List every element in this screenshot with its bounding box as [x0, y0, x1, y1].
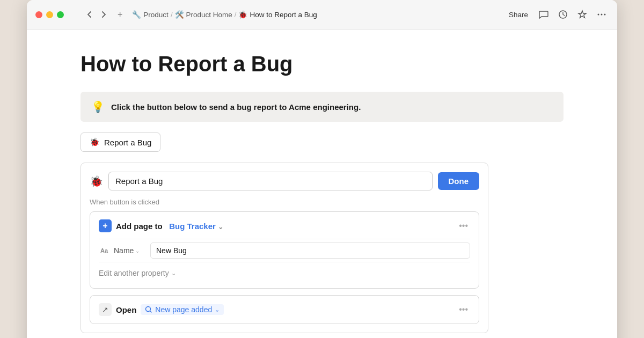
property-type-icon: Aa — [99, 247, 109, 254]
edit-property-chevron: ⌄ — [171, 270, 176, 277]
property-name-chevron: ⌄ — [135, 248, 140, 254]
share-button[interactable]: Share — [506, 9, 531, 21]
titlebar: + 🔧 Product / 🛠️ Product Home / 🐞 How to… — [27, 0, 617, 30]
app-window: + 🔧 Product / 🛠️ Product Home / 🐞 How to… — [27, 0, 617, 338]
action-title: Add page to Bug Tracker ⌄ — [116, 222, 452, 231]
svg-point-5 — [601, 14, 603, 16]
more-icon — [597, 10, 606, 19]
callout-text: Click the button below to send a bug rep… — [111, 102, 361, 112]
breadcrumb-product[interactable]: Product — [143, 11, 169, 19]
history-button[interactable] — [556, 8, 570, 21]
add-button[interactable]: + — [115, 8, 125, 21]
edit-another-property-button[interactable]: Edit another property ⌄ — [99, 267, 176, 280]
page-content: How to Report a Bug 💡 Click the button b… — [27, 30, 617, 338]
nav-arrows — [83, 8, 110, 21]
forward-button[interactable] — [97, 8, 110, 21]
button-name-icon: 🐞 — [90, 175, 103, 188]
svg-point-6 — [604, 14, 606, 16]
button-name-row: 🐞 Done — [90, 172, 479, 190]
minimize-button[interactable] — [46, 11, 53, 18]
titlebar-actions: Share — [506, 8, 609, 21]
report-bug-button-icon: 🐞 — [90, 137, 100, 147]
back-button[interactable] — [83, 8, 96, 21]
star-button[interactable] — [575, 8, 589, 21]
breadcrumb: 🔧 Product / 🛠️ Product Home / 🐞 How to R… — [132, 10, 500, 19]
property-name-label[interactable]: Name ⌄ — [114, 246, 146, 255]
action-header: + Add page to Bug Tracker ⌄ ••• — [99, 219, 470, 232]
edit-property-row: Edit another property ⌄ — [99, 262, 470, 281]
open-title: Open — [116, 305, 136, 314]
done-button[interactable]: Done — [438, 172, 480, 190]
open-header: ↗ Open New page added ⌄ ••• — [99, 303, 470, 316]
report-bug-button-label: Report a Bug — [104, 138, 151, 147]
comment-button[interactable] — [537, 8, 551, 21]
action-menu-dots[interactable]: ••• — [457, 220, 470, 232]
star-icon — [577, 10, 587, 19]
property-row-name: Aa Name ⌄ — [99, 239, 470, 262]
edit-panel: 🐞 Done When button is clicked + Add page… — [80, 163, 488, 333]
menu-icon[interactable] — [74, 12, 78, 17]
property-value-input[interactable] — [150, 243, 470, 259]
open-db-pill[interactable]: New page added ⌄ — [141, 304, 224, 315]
breadcrumb-sep-2: / — [235, 11, 237, 19]
open-arrow-icon: ↗ — [99, 303, 112, 316]
breadcrumb-icon-current: 🐞 — [238, 10, 247, 19]
forward-icon — [99, 10, 108, 19]
add-page-action-card: + Add page to Bug Tracker ⌄ ••• Aa Name … — [90, 211, 479, 289]
page-title: How to Report a Bug — [80, 51, 564, 77]
back-icon — [85, 10, 94, 19]
callout-icon: 💡 — [91, 100, 105, 113]
open-db-label: New page added — [155, 305, 212, 314]
when-label: When button is clicked — [90, 198, 479, 206]
action-plus-icon: + — [99, 219, 112, 232]
report-bug-button[interactable]: 🐞 Report a Bug — [80, 133, 160, 152]
open-chevron: ⌄ — [215, 306, 219, 313]
action-chevron: ⌄ — [218, 223, 223, 231]
history-icon — [558, 10, 568, 19]
action-title-db[interactable]: Bug Tracker — [169, 222, 216, 231]
button-name-input[interactable] — [108, 172, 433, 190]
breadcrumb-home[interactable]: Product Home — [186, 11, 232, 19]
breadcrumb-icon-product: 🔧 — [132, 10, 141, 19]
open-action-menu-dots[interactable]: ••• — [457, 304, 470, 315]
callout-block: 💡 Click the button below to send a bug r… — [80, 92, 564, 122]
breadcrumb-current: How to Report a Bug — [250, 11, 317, 19]
breadcrumb-sep-1: / — [171, 11, 173, 19]
close-button[interactable] — [35, 11, 42, 18]
breadcrumb-icon-home: 🛠️ — [175, 10, 184, 19]
traffic-lights — [35, 11, 64, 18]
edit-another-property-label: Edit another property — [99, 269, 169, 277]
search-icon — [145, 306, 152, 313]
more-button[interactable] — [595, 8, 609, 21]
maximize-button[interactable] — [57, 11, 64, 18]
comment-icon — [539, 10, 548, 19]
action-title-prefix: Add page to — [116, 222, 163, 231]
open-action-card: ↗ Open New page added ⌄ ••• — [90, 295, 479, 324]
svg-point-4 — [598, 14, 599, 16]
